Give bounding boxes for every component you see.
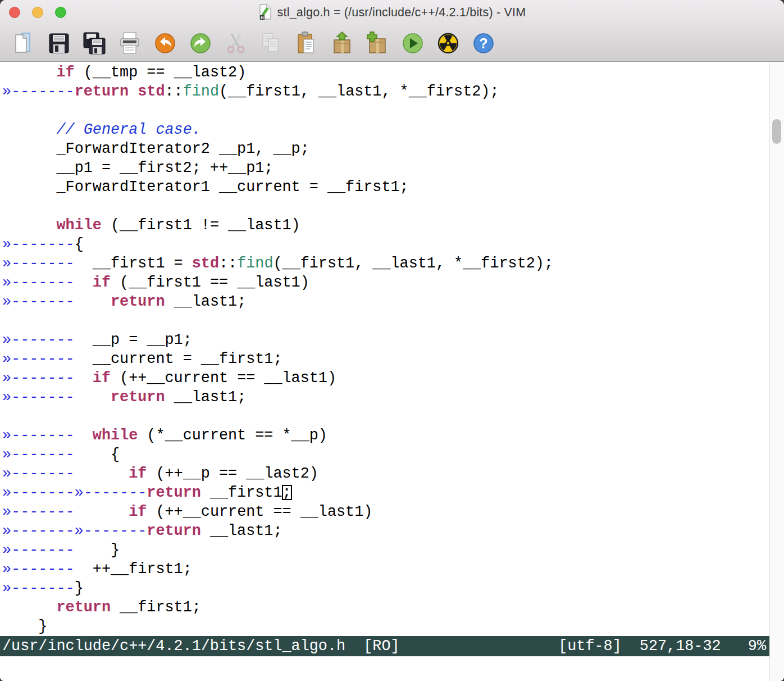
code-line[interactable]: return __first1; xyxy=(2,598,769,617)
code-line[interactable]: // General case. xyxy=(2,120,769,139)
scrollbar-track[interactable] xyxy=(769,62,784,681)
title-group: H stl_algo.h = (/usr/include/c++/4.2.1/b… xyxy=(258,4,526,22)
code-line[interactable]: __p1 = __first2; ++__p1; xyxy=(2,158,769,178)
command-line[interactable] xyxy=(0,656,769,681)
toolbar: ? xyxy=(0,25,784,61)
zoom-button[interactable] xyxy=(55,7,66,18)
code-line[interactable]: »-------»-------return __first1; xyxy=(2,483,769,502)
code-line[interactable]: _ForwardIterator2 __p1, __p; xyxy=(2,139,769,158)
code-line[interactable]: »-------return std::find(__first1, __las… xyxy=(2,82,769,101)
cut-icon xyxy=(224,31,248,56)
paste-icon xyxy=(294,31,319,56)
statusline-file-info: /usr/include/c++/4.2.1/bits/stl_algo.h [… xyxy=(2,636,400,656)
statusline-position-info: [utf-8] 527,18-32 9% xyxy=(558,636,766,656)
save-session-icon xyxy=(365,31,390,56)
code-line[interactable] xyxy=(2,311,769,330)
new-file-icon xyxy=(11,31,36,56)
help-icon: ? xyxy=(471,31,496,56)
save-session-button[interactable] xyxy=(365,31,390,56)
statusline: /usr/include/c++/4.2.1/bits/stl_algo.h [… xyxy=(0,636,769,656)
save-all-icon xyxy=(82,31,107,56)
new-file-button[interactable] xyxy=(11,31,36,56)
editor-column: if (__tmp == __last2)»-------return std:… xyxy=(0,62,769,681)
make-button[interactable] xyxy=(436,31,461,56)
redo-icon xyxy=(188,31,213,56)
load-session-icon xyxy=(330,31,354,56)
print-button[interactable] xyxy=(117,31,142,56)
main-area: if (__tmp == __last2)»-------return std:… xyxy=(0,62,784,681)
save-all-button[interactable] xyxy=(82,31,107,56)
save-button[interactable] xyxy=(47,31,71,56)
svg-text:?: ? xyxy=(479,35,487,51)
code-line[interactable] xyxy=(2,197,769,216)
code-line[interactable]: »------- __first1 = std::find(__first1, … xyxy=(2,254,769,273)
code-line[interactable]: »------- __p = __p1; xyxy=(2,330,769,349)
code-line[interactable]: _ForwardIterator1 __current = __first1; xyxy=(2,178,769,197)
code-line[interactable]: »------- ++__first1; xyxy=(2,560,769,579)
code-line[interactable]: »------- if (++__p == __last2) xyxy=(2,464,769,483)
run-script-button[interactable] xyxy=(400,31,425,56)
code-editor[interactable]: if (__tmp == __last2)»-------return std:… xyxy=(0,62,769,636)
code-line[interactable] xyxy=(2,407,769,426)
code-line[interactable]: if (__tmp == __last2) xyxy=(2,63,769,82)
document-proxy-icon[interactable]: H xyxy=(258,4,272,22)
code-line[interactable]: »-------»-------return __last1; xyxy=(2,521,769,541)
window-title: stl_algo.h = (/usr/include/c++/4.2.1/bit… xyxy=(277,6,526,20)
traffic-lights xyxy=(9,7,66,18)
copy-icon xyxy=(259,31,284,56)
svg-text:H: H xyxy=(261,15,263,19)
undo-icon xyxy=(153,31,177,56)
scrollbar-thumb[interactable] xyxy=(772,119,781,144)
code-line[interactable]: »------- if (++__current == __last1) xyxy=(2,369,769,388)
minimize-button[interactable] xyxy=(32,7,43,18)
help-button[interactable]: ? xyxy=(471,31,496,56)
code-line[interactable]: »------- while (*__current == *__p) xyxy=(2,426,769,445)
titlebar[interactable]: H stl_algo.h = (/usr/include/c++/4.2.1/b… xyxy=(0,0,784,25)
code-line[interactable]: »-------{ xyxy=(2,235,769,254)
redo-button[interactable] xyxy=(188,31,213,56)
close-button[interactable] xyxy=(9,7,20,18)
copy-button[interactable] xyxy=(259,31,284,56)
make-icon xyxy=(436,31,461,56)
code-line[interactable]: »------- } xyxy=(2,541,769,560)
code-line[interactable]: »-------} xyxy=(2,579,769,598)
window-header: H stl_algo.h = (/usr/include/c++/4.2.1/b… xyxy=(0,0,784,62)
print-icon xyxy=(117,31,142,56)
save-icon xyxy=(47,31,71,56)
code-line[interactable]: »------- return __last1; xyxy=(2,388,769,407)
undo-button[interactable] xyxy=(153,31,177,56)
code-line[interactable]: while (__first1 != __last1) xyxy=(2,216,769,235)
load-session-button[interactable] xyxy=(330,31,354,56)
code-line[interactable]: »------- if (__first1 == __last1) xyxy=(2,273,769,292)
code-line[interactable]: »------- if (++__current == __last1) xyxy=(2,502,769,521)
code-line[interactable]: »------- __current = __first1; xyxy=(2,349,769,369)
cut-button[interactable] xyxy=(224,31,248,56)
code-line[interactable]: »------- return __last1; xyxy=(2,292,769,311)
paste-button[interactable] xyxy=(294,31,319,56)
code-line[interactable]: } xyxy=(2,617,769,636)
code-line[interactable] xyxy=(2,101,769,120)
code-line[interactable]: »------- { xyxy=(2,445,769,464)
vim-window: H stl_algo.h = (/usr/include/c++/4.2.1/b… xyxy=(0,0,784,681)
text-cursor: ; xyxy=(282,484,291,501)
run-script-icon xyxy=(400,31,425,56)
